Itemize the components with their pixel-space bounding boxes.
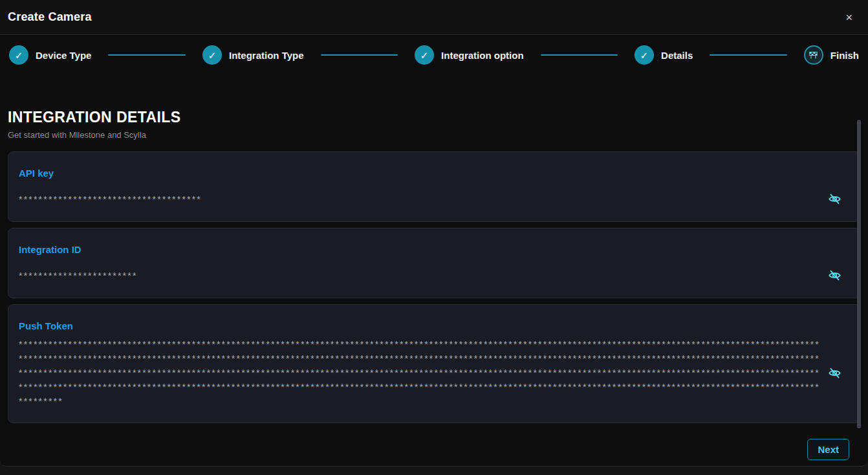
masked-value: ************************************* <box>19 192 819 206</box>
field-label: Push Token <box>19 320 849 331</box>
icon-col <box>819 365 849 381</box>
masked-line: ****************************************… <box>19 351 819 366</box>
step-connector <box>541 54 618 56</box>
step-connector <box>710 54 787 56</box>
next-button[interactable]: Next <box>807 439 849 460</box>
dialog-header: Create Camera × <box>0 0 868 35</box>
card-push-token: Push Token *****************************… <box>8 304 860 423</box>
value-row: ****************************************… <box>19 337 849 408</box>
dialog-footer: Next <box>8 423 860 460</box>
field-cards: API key ********************************… <box>8 151 860 423</box>
step-finish: Finish <box>804 45 859 65</box>
close-icon[interactable]: × <box>843 9 855 26</box>
section-subtitle: Get started with Milestone and Scylla <box>8 130 860 140</box>
step-details: ✓ Details <box>635 45 693 65</box>
step-integration-option-circle[interactable]: ✓ <box>415 45 434 65</box>
step-finish-circle[interactable] <box>804 45 823 65</box>
step-integration-type: ✓ Integration Type <box>202 45 304 65</box>
eye-off-icon[interactable] <box>827 365 843 381</box>
icon-col <box>819 267 849 283</box>
value-row: ************************ <box>19 267 849 283</box>
dialog-title: Create Camera <box>8 10 92 24</box>
icon-col <box>819 191 849 207</box>
step-label: Details <box>661 50 693 61</box>
masked-value: ****************************************… <box>19 337 819 408</box>
masked-value: ************************ <box>19 269 819 283</box>
create-camera-dialog: Create Camera × ✓ Device Type ✓ Integrat… <box>0 0 868 467</box>
check-icon: ✓ <box>208 50 217 60</box>
step-device-type: ✓ Device Type <box>9 45 91 65</box>
field-label: API key <box>19 168 849 179</box>
step-label: Integration option <box>441 50 523 61</box>
masked-line: ************************ <box>19 269 819 283</box>
masked-line: ****************************************… <box>19 380 819 394</box>
masked-line: ****************************************… <box>19 337 819 351</box>
section-title: INTEGRATION DETAILS <box>8 109 860 126</box>
step-label: Device Type <box>36 50 91 61</box>
finish-flag-icon <box>808 50 819 61</box>
step-connector <box>321 54 398 56</box>
masked-line: ********* <box>19 394 819 408</box>
step-device-type-circle[interactable]: ✓ <box>9 45 28 65</box>
masked-line: ************************************* <box>19 192 819 206</box>
eye-off-icon[interactable] <box>827 191 843 207</box>
step-integration-option: ✓ Integration option <box>415 45 523 65</box>
value-row: ************************************* <box>19 191 849 207</box>
wizard-stepper: ✓ Device Type ✓ Integration Type ✓ Integ… <box>0 35 868 75</box>
check-icon: ✓ <box>420 50 429 60</box>
card-integration-id: Integration ID ************************ <box>8 228 860 298</box>
check-icon: ✓ <box>640 50 649 60</box>
step-label: Finish <box>830 50 859 61</box>
card-api-key: API key ********************************… <box>8 151 860 222</box>
step-integration-type-circle[interactable]: ✓ <box>202 45 222 65</box>
step-details-circle[interactable]: ✓ <box>635 45 654 65</box>
step-label: Integration Type <box>229 50 304 61</box>
scrollbar-thumb[interactable] <box>857 120 861 428</box>
check-icon: ✓ <box>15 50 23 60</box>
dialog-content: INTEGRATION DETAILS Get started with Mil… <box>0 109 868 460</box>
step-connector <box>108 54 186 56</box>
eye-off-icon[interactable] <box>827 267 843 283</box>
field-label: Integration ID <box>19 244 849 255</box>
masked-line: ****************************************… <box>19 366 819 380</box>
